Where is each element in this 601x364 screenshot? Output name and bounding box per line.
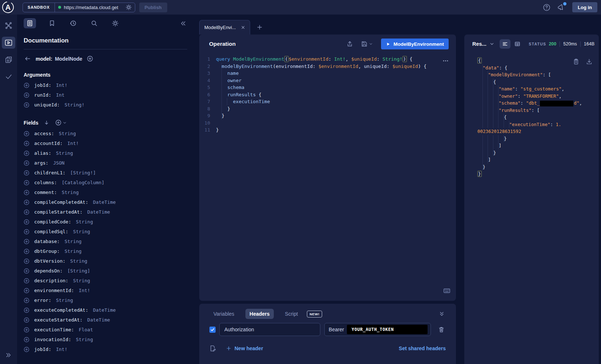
field-type[interactable]: String	[73, 278, 90, 283]
add-to-query-icon[interactable]	[24, 298, 29, 303]
field-name[interactable]: comment:	[34, 190, 57, 195]
field-name[interactable]: compileStartedAt:	[34, 209, 83, 215]
add-to-query-icon[interactable]	[24, 219, 29, 225]
argument-type[interactable]: Int	[56, 92, 64, 98]
add-to-query-icon[interactable]	[24, 248, 29, 254]
field-type[interactable]: String	[59, 131, 76, 136]
field-name[interactable]: dbtGroup:	[34, 248, 60, 254]
add-to-query-icon[interactable]	[24, 239, 29, 244]
add-to-query-icon[interactable]	[24, 268, 29, 274]
field-type[interactable]: DateTime	[87, 209, 110, 215]
announcements-button[interactable]	[556, 2, 566, 13]
add-to-query-icon[interactable]	[24, 347, 29, 352]
table-view-toggle[interactable]	[512, 39, 523, 49]
field-type[interactable]: [String!]	[70, 170, 96, 175]
field-type[interactable]: Float	[79, 327, 93, 332]
response-dropdown[interactable]: Res...	[472, 41, 494, 47]
field-name[interactable]: accountId:	[34, 141, 63, 146]
add-to-query-icon[interactable]	[24, 288, 29, 294]
add-field-icon[interactable]	[87, 55, 93, 62]
add-to-query-icon[interactable]	[24, 317, 29, 323]
share-operation-icon[interactable]	[345, 39, 354, 49]
collapse-docs-icon[interactable]	[178, 19, 188, 28]
add-to-query-icon[interactable]	[24, 180, 29, 186]
set-shared-headers-button[interactable]: Set shared headers	[399, 345, 446, 351]
breadcrumb-type[interactable]: ModelNode	[55, 56, 82, 62]
field-name[interactable]: compiledSql:	[34, 229, 68, 234]
endpoint-url[interactable]: https://metadata.cloud.get	[64, 5, 123, 10]
field-name[interactable]: dbtVersion:	[34, 258, 65, 264]
field-type[interactable]: String	[70, 258, 87, 264]
add-to-query-icon[interactable]	[24, 327, 29, 333]
field-type[interactable]: String	[62, 190, 79, 195]
add-to-query-icon[interactable]	[24, 160, 29, 166]
field-type[interactable]: Int!	[67, 141, 79, 146]
close-tab-icon[interactable]	[240, 24, 246, 31]
publish-button[interactable]: Publish	[139, 3, 167, 12]
add-to-query-icon[interactable]	[24, 199, 29, 205]
field-type[interactable]: [CatalogColumn]	[62, 180, 104, 185]
search-icon[interactable]	[89, 18, 99, 28]
expand-rail-button[interactable]	[4, 351, 13, 360]
request-settings-tab[interactable]: Headers	[245, 309, 273, 319]
new-tab-icon[interactable]	[255, 23, 264, 32]
field-type[interactable]: Int!	[79, 288, 90, 293]
add-to-query-icon[interactable]	[24, 150, 29, 156]
add-to-query-icon[interactable]	[24, 229, 29, 235]
field-name[interactable]: executionTime:	[34, 327, 74, 332]
field-name[interactable]: jobId:	[34, 347, 51, 352]
add-to-query-icon[interactable]	[24, 131, 29, 137]
field-name[interactable]: executeStartedAt:	[34, 317, 83, 323]
back-arrow-icon[interactable]	[24, 55, 31, 62]
field-type[interactable]: String	[64, 248, 81, 254]
save-operation-icon[interactable]	[360, 39, 374, 49]
request-settings-tab[interactable]: Script	[281, 309, 302, 319]
add-to-query-icon[interactable]	[24, 278, 29, 284]
field-type[interactable]: String	[56, 150, 73, 156]
login-button[interactable]: Log in	[572, 2, 597, 12]
argument-type[interactable]: Int!	[56, 82, 67, 88]
add-all-fields-icon[interactable]	[55, 119, 67, 126]
settings-gear-icon[interactable]	[110, 18, 120, 28]
schema-graph-icon[interactable]	[3, 20, 15, 32]
field-name[interactable]: compileCompletedAt:	[34, 199, 88, 205]
field-type[interactable]: String	[76, 337, 93, 342]
add-to-query-icon[interactable]	[24, 141, 29, 146]
field-type[interactable]: String	[56, 298, 73, 303]
header-key-input[interactable]	[219, 323, 320, 336]
operation-tab[interactable]: ModelByEnvi...	[199, 20, 250, 35]
sort-fields-icon[interactable]	[43, 120, 50, 126]
explorer-icon[interactable]	[2, 37, 15, 49]
delete-header-icon[interactable]	[437, 325, 446, 334]
editor-menu-dots-icon[interactable]	[441, 56, 450, 65]
copy-response-icon[interactable]	[572, 58, 580, 65]
field-name[interactable]: description:	[34, 278, 68, 283]
changelog-icon[interactable]	[3, 54, 15, 66]
response-body[interactable]: {"data": {"modelByEnvironment": [{"name"…	[464, 53, 599, 364]
field-name[interactable]: compiledCode:	[34, 219, 71, 225]
field-name[interactable]: alias:	[34, 150, 51, 156]
field-name[interactable]: args:	[34, 160, 48, 166]
add-to-query-icon[interactable]	[24, 337, 29, 343]
field-name[interactable]: error:	[34, 298, 51, 303]
new-header-button[interactable]: New header	[226, 345, 263, 351]
endpoint-url-group[interactable]: https://metadata.cloud.get	[55, 3, 135, 12]
field-type[interactable]: String	[73, 229, 90, 234]
argument-name[interactable]: uniqueId:	[34, 102, 60, 108]
run-operation-button[interactable]: ModelByEnvironment	[381, 39, 449, 49]
field-name[interactable]: environmentId:	[34, 288, 74, 293]
endpoint-settings-gear-icon[interactable]	[126, 4, 132, 10]
field-type[interactable]: DateTime	[93, 199, 116, 205]
sandbox-badge[interactable]: SANDBOX	[23, 3, 55, 12]
field-type[interactable]: JSON	[53, 160, 64, 166]
field-name[interactable]: access:	[34, 131, 54, 136]
query-editor[interactable]: 1query ModelByEnvironment($environmentId…	[199, 53, 456, 301]
apollo-logo-icon[interactable]: A	[1, 1, 15, 14]
header-enabled-checkbox[interactable]	[209, 327, 216, 333]
field-name[interactable]: database:	[34, 239, 60, 244]
add-to-query-icon[interactable]	[24, 258, 29, 264]
argument-name[interactable]: runId:	[34, 92, 51, 98]
query-code[interactable]: 1query ModelByEnvironment($environmentId…	[199, 56, 456, 134]
checks-icon[interactable]	[3, 71, 15, 82]
field-type[interactable]: DateTime	[93, 307, 116, 313]
